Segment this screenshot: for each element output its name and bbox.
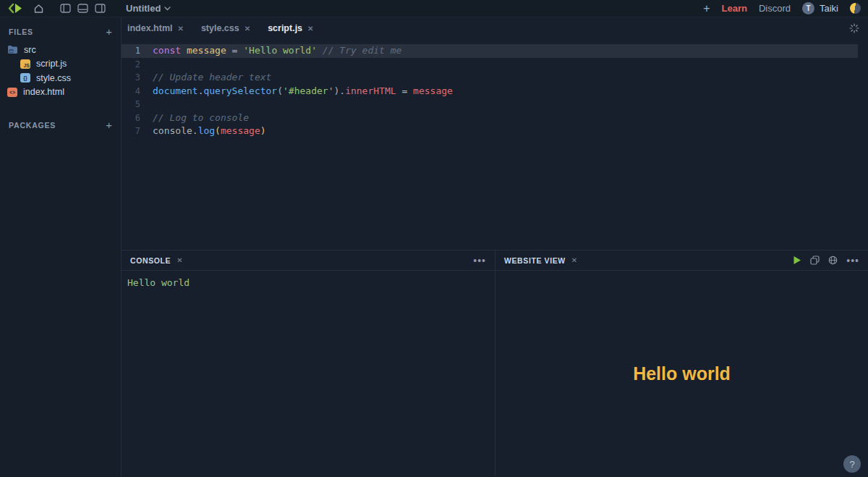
help-button[interactable]: ? bbox=[843, 455, 861, 473]
line-number: 6 bbox=[122, 111, 140, 125]
chevron-down-icon bbox=[164, 7, 171, 11]
learn-link[interactable]: Learn bbox=[722, 3, 747, 14]
website-view-title: WEBSITE VIEW bbox=[504, 256, 566, 265]
add-package-button[interactable]: + bbox=[106, 119, 112, 130]
file-item-label: style.css bbox=[36, 73, 71, 83]
layout-bottom-panel-icon[interactable] bbox=[77, 4, 88, 13]
website-view-close-icon[interactable]: ✕ bbox=[571, 256, 577, 264]
discord-link[interactable]: Discord bbox=[759, 3, 791, 14]
add-file-button[interactable]: + bbox=[106, 26, 112, 37]
avatar: T bbox=[802, 2, 814, 14]
code-text: // Update header text bbox=[140, 71, 271, 85]
file-item-src[interactable]: <>src bbox=[0, 43, 121, 57]
console-close-icon[interactable]: ✕ bbox=[176, 256, 182, 264]
tab-label: style.css bbox=[201, 23, 239, 33]
code-text: document.querySelector('#header').innerH… bbox=[140, 85, 453, 98]
file-item-index.html[interactable]: <>index.html bbox=[0, 85, 121, 100]
layout-left-panel-icon[interactable] bbox=[60, 4, 71, 13]
theme-toggle-moon-icon[interactable] bbox=[850, 3, 861, 14]
file-item-label: index.html bbox=[23, 87, 64, 97]
tab-bar: index.html✕style.css✕script.js✕ bbox=[122, 17, 868, 39]
tab-style.css[interactable]: style.css✕ bbox=[192, 17, 259, 39]
tab-label: index.html bbox=[127, 23, 173, 33]
app-logo-icon[interactable] bbox=[7, 2, 23, 14]
console-output: Hello world bbox=[122, 271, 495, 295]
topbar: Untitled + Learn Discord T Taiki bbox=[0, 0, 868, 17]
website-view-panel: WEBSITE VIEW ✕ bbox=[495, 250, 868, 476]
line-number: 1 bbox=[122, 44, 140, 58]
code-text bbox=[140, 98, 153, 111]
run-button[interactable] bbox=[793, 256, 801, 265]
tab-script.js[interactable]: script.js✕ bbox=[259, 17, 322, 39]
line-number: 2 bbox=[122, 58, 140, 72]
website-heading: Hello world bbox=[633, 363, 731, 384]
code-editor[interactable]: 1const message = 'Hello world' // Try ed… bbox=[122, 39, 868, 250]
folder-icon: <> bbox=[7, 45, 18, 54]
tab-close-icon[interactable]: ✕ bbox=[178, 25, 184, 33]
svg-text:<>: <> bbox=[9, 49, 14, 53]
format-code-icon[interactable] bbox=[849, 23, 868, 33]
tab-label: script.js bbox=[268, 23, 302, 33]
line-number: 5 bbox=[122, 98, 140, 111]
line-number: 7 bbox=[122, 124, 140, 138]
file-tree: <>srcJSscript.js{}style.css<>index.html bbox=[0, 41, 121, 106]
code-line-1[interactable]: 1const message = 'Hello world' // Try ed… bbox=[122, 44, 858, 58]
new-project-button[interactable]: + bbox=[703, 3, 710, 14]
files-header: FILES bbox=[9, 28, 33, 36]
code-line-6[interactable]: 6// Log to console bbox=[122, 111, 868, 125]
line-number: 4 bbox=[122, 85, 140, 98]
console-panel: CONSOLE ✕ ••• Hello world bbox=[122, 250, 495, 476]
console-more-icon[interactable]: ••• bbox=[473, 256, 486, 266]
website-preview: Hello world bbox=[495, 271, 868, 476]
code-text: const message = 'Hello world' // Try edi… bbox=[140, 44, 401, 58]
file-item-label: script.js bbox=[36, 59, 67, 69]
code-line-5[interactable]: 5 bbox=[122, 98, 868, 111]
file-item-style.css[interactable]: {}style.css bbox=[0, 71, 121, 85]
line-number: 3 bbox=[122, 71, 140, 85]
username: Taiki bbox=[820, 3, 838, 14]
sidebar: FILES + <>srcJSscript.js{}style.css<>ind… bbox=[0, 17, 122, 476]
home-icon[interactable] bbox=[33, 4, 44, 14]
file-item-label: src bbox=[24, 45, 36, 55]
console-title: CONSOLE bbox=[130, 256, 171, 265]
code-text: // Log to console bbox=[140, 111, 249, 125]
open-in-browser-globe-icon[interactable] bbox=[828, 256, 838, 265]
js-file-icon: JS bbox=[20, 59, 30, 69]
code-line-3[interactable]: 3// Update header text bbox=[122, 71, 868, 85]
tab-close-icon[interactable]: ✕ bbox=[307, 25, 313, 33]
duplicate-view-icon[interactable] bbox=[810, 256, 820, 265]
html-file-icon: <> bbox=[7, 88, 17, 97]
tab-index.html[interactable]: index.html✕ bbox=[127, 17, 192, 39]
project-title: Untitled bbox=[126, 3, 161, 14]
code-line-4[interactable]: 4document.querySelector('#header').inner… bbox=[122, 85, 868, 98]
packages-header: PACKAGES bbox=[9, 121, 56, 130]
layout-right-panel-icon[interactable] bbox=[95, 4, 106, 13]
project-title-dropdown[interactable]: Untitled bbox=[126, 3, 171, 14]
website-view-more-icon[interactable]: ••• bbox=[846, 256, 859, 266]
user-menu[interactable]: T Taiki bbox=[802, 2, 838, 14]
css-file-icon: {} bbox=[20, 73, 30, 83]
code-text: console.log(message) bbox=[140, 124, 266, 138]
file-item-script.js[interactable]: JSscript.js bbox=[0, 57, 121, 72]
tab-close-icon[interactable]: ✕ bbox=[244, 25, 250, 33]
code-text bbox=[140, 58, 153, 72]
code-line-2[interactable]: 2 bbox=[122, 58, 868, 72]
code-line-7[interactable]: 7console.log(message) bbox=[122, 124, 868, 138]
